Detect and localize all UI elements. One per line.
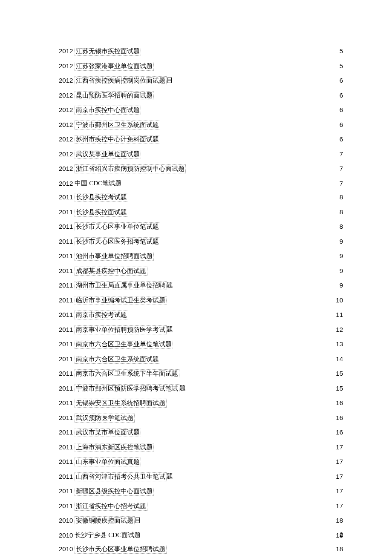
toc-title: 2011武汉市某市单位面试题: [59, 428, 141, 437]
toc-entry[interactable]: 2011南京市疾控考试题11: [59, 311, 343, 319]
toc-title-boxed: 浙江省疾控中心招考试题: [75, 502, 147, 511]
toc-year: 2012: [59, 150, 73, 158]
toc-title-boxed: 成都某县疾控中心面试题: [75, 267, 147, 276]
toc-entry[interactable]: 2011山东事业单位面试真题17: [59, 457, 343, 466]
toc-year: 2012: [59, 179, 73, 187]
toc-title: 2011成都某县疾控中心面试题: [59, 267, 147, 276]
toc-entry[interactable]: 2011武汉预防医学笔试题16: [59, 414, 343, 423]
toc-entry[interactable]: 2011无锡崇安区卫生系统招聘面试题16: [59, 399, 343, 408]
toc-entry[interactable]: 2012江西省疾控疾病控制岗位面试题目6: [59, 76, 343, 85]
toc-year: 2012: [59, 91, 73, 99]
toc-title-boxed: 昆山预防医学招聘的面试题: [75, 91, 154, 100]
toc-entry[interactable]: 2011临沂市事业编考试卫生类考试题10: [59, 296, 343, 305]
toc-entry[interactable]: 2012昆山预防医学招聘的面试题6: [59, 91, 343, 100]
toc-entry[interactable]: 2012宁波市鄞州区卫生系统面试题6: [59, 121, 343, 129]
toc-page-number: 14: [336, 355, 343, 363]
toc-title: 2011南京事业单位招聘预防医学考试题: [59, 325, 173, 334]
toc-title: 2011湖州市卫生局直属事业单位招聘题: [59, 281, 173, 290]
toc-title-boxed: 上海市浦东新区疾控笔试题: [75, 443, 154, 452]
toc-year: 2010: [59, 545, 73, 553]
toc-title-boxed: 湖州市卫生局直属事业单位招聘: [75, 281, 167, 290]
toc-year: 2011: [59, 443, 73, 451]
toc-entry[interactable]: 2011武汉市某市单位面试题16: [59, 428, 343, 437]
toc-entry[interactable]: 2011南京市六合区卫生系统面试题14: [59, 355, 343, 364]
toc-title: 2011南京市六合区卫生事业单位笔试题: [59, 340, 173, 349]
toc-page-number: 17: [336, 472, 343, 480]
toc-title-boxed: 南京事业单位招聘预防医学考试: [75, 325, 167, 334]
page-content: 2012江苏无锡市疾控面试题52012江苏张家港事业单位面试题52012江西省疾…: [0, 0, 392, 554]
toc-page-number: 10: [336, 296, 343, 304]
toc-year: 2012: [59, 121, 73, 129]
toc-entry[interactable]: 2011南京市六合区卫生系统下半年面试题15: [59, 369, 343, 378]
toc-entry[interactable]: 2011宁波市鄞州区预防医学招聘考试笔试题15: [59, 384, 343, 393]
toc-year: 2011: [59, 193, 73, 201]
toc-entry[interactable]: 2012浙江省绍兴市疾病预防控制中心面试题7: [59, 164, 343, 173]
toc-entry[interactable]: 2011上海市浦东新区疾控笔试题17: [59, 443, 343, 452]
toc-year: 2011: [59, 237, 73, 245]
toc-title-suffix: 题: [179, 384, 186, 392]
toc-year: 2012: [59, 76, 73, 84]
toc-entry[interactable]: 2011浙江省疾控中心招考试题17: [59, 502, 343, 511]
toc-title-boxed: 南京市六合区卫生系统下半年面试题: [75, 369, 179, 378]
toc-title-text: 中国 CDC笔试题: [75, 179, 121, 187]
toc-year: 2011: [59, 267, 73, 275]
toc-title-boxed: 南京市疾控考试题: [75, 311, 128, 319]
toc-page-number: 9: [340, 252, 343, 260]
toc-entry[interactable]: 2011池州市事业单位招聘面试题9: [59, 252, 343, 261]
toc-entry[interactable]: 2012南京市疾控中心面试题6: [59, 106, 343, 115]
toc-entry[interactable]: 2012武汉某事业单位面试题7: [59, 150, 343, 159]
toc-year: 2011: [59, 281, 73, 289]
toc-page-number: 18: [336, 516, 343, 524]
toc-entry[interactable]: 2011山西省河津市招考公共卫生笔试题17: [59, 472, 343, 481]
toc-title-boxed: 长沙市天心区事业单位招聘试题: [75, 545, 167, 554]
toc-page-number: 5: [340, 47, 343, 55]
toc-title: 2010安徽铜陵疾控面试题目: [59, 516, 141, 525]
toc-entry[interactable]: 2011长沙县疾控面试题8: [59, 208, 343, 217]
toc-title: 2012江苏无锡市疾控面试题: [59, 47, 141, 56]
toc-entry[interactable]: 2012江苏无锡市疾控面试题5: [59, 47, 343, 56]
toc-entry[interactable]: 2011湖州市卫生局直属事业单位招聘题9: [59, 281, 343, 290]
toc-title-suffix: 题: [167, 325, 173, 334]
toc-title: 2012浙江省绍兴市疾病预防控制中心面试题: [59, 164, 186, 173]
toc-entry[interactable]: 2010长沙宁乡县 CDC面试题18: [59, 531, 343, 539]
toc-title: 2011长沙县疾控考试题: [59, 193, 128, 202]
toc-title-boxed: 新疆区县级疾控中心面试题: [75, 487, 154, 496]
toc-title-boxed: 长沙市天心区医务招考笔试题: [75, 237, 160, 246]
toc-entry[interactable]: 2011新疆区县级疾控中心面试题17: [59, 487, 343, 496]
toc-title-boxed: 南京市六合区卫生事业单位笔试题: [75, 340, 173, 349]
toc-title: 2012苏州市疾控中心计免科面试题: [59, 135, 160, 144]
toc-entry[interactable]: 2011南京市六合区卫生事业单位笔试题13: [59, 340, 343, 349]
toc-page-number: 17: [336, 487, 343, 495]
toc-title-suffix: 目: [135, 516, 141, 524]
toc-title-boxed: 浙江省绍兴市疾病预防控制中心面试题: [75, 164, 186, 173]
toc-title: 2011池州市事业单位招聘面试题: [59, 252, 154, 261]
toc-year: 2012: [59, 106, 73, 114]
toc-title: 2011南京市六合区卫生系统下半年面试题: [59, 369, 179, 378]
toc-entry[interactable]: 2012苏州市疾控中心计免科面试题6: [59, 135, 343, 144]
toc-entry[interactable]: 2011长沙县疾控考试题8: [59, 193, 343, 202]
toc-entry[interactable]: 2011成都某县疾控中心面试题9: [59, 267, 343, 276]
toc-year: 2011: [59, 502, 73, 510]
toc-page-number: 15: [336, 369, 343, 377]
toc-entry[interactable]: 2012中国 CDC笔试题7: [59, 179, 343, 187]
toc-entry[interactable]: 2011长沙市天心区医务招考笔试题9: [59, 237, 343, 246]
toc-title: 2011浙江省疾控中心招考试题: [59, 502, 147, 511]
toc-page-number: 17: [336, 502, 343, 510]
toc-page-number: 6: [340, 76, 343, 84]
toc-page-number: 6: [340, 91, 343, 99]
toc-year: 2010: [59, 531, 73, 539]
toc-title-boxed: 长沙市天心区事业单位笔试题: [75, 222, 160, 231]
toc-title: 2011长沙县疾控面试题: [59, 208, 128, 217]
toc-entry[interactable]: 2011南京事业单位招聘预防医学考试题12: [59, 325, 343, 334]
toc-title: 2011南京市六合区卫生系统面试题: [59, 355, 160, 364]
toc-page-number: 6: [340, 121, 343, 129]
toc-title-boxed: 山西省河津市招考公共卫生笔试: [75, 472, 167, 481]
toc-entry[interactable]: 2010安徽铜陵疾控面试题目18: [59, 516, 343, 525]
toc-entry[interactable]: 2012江苏张家港事业单位面试题5: [59, 62, 343, 71]
toc-title-suffix: 题: [167, 472, 173, 480]
toc-entry[interactable]: 2011长沙市天心区事业单位笔试题8: [59, 222, 343, 231]
toc-year: 2011: [59, 369, 73, 377]
toc-entry[interactable]: 2010长沙市天心区事业单位招聘试题18: [59, 545, 343, 554]
toc-title-boxed: 临沂市事业编考试卫生类考试题: [75, 296, 167, 305]
toc-title: 2011新疆区县级疾控中心面试题: [59, 487, 154, 496]
